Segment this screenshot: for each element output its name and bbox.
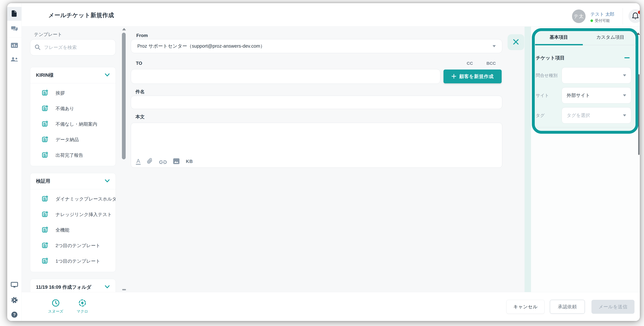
templates-label: テンプレート <box>34 32 62 38</box>
snooze-button[interactable]: スヌーズ <box>47 299 64 314</box>
template-group-header[interactable]: 検証用 <box>30 173 116 189</box>
template-item[interactable]: 不備なし・納期案内 <box>30 116 116 132</box>
subject-input[interactable] <box>131 96 502 109</box>
from-select[interactable]: Proz サポートセンター（support@proz-answers-dev.c… <box>131 39 502 53</box>
close-panel-button[interactable] <box>508 34 524 50</box>
template-item-label: 挨拶 <box>56 90 65 96</box>
template-item[interactable]: 全機能 <box>30 222 116 238</box>
ticket-section-title: チケット項目 <box>536 55 565 61</box>
macro-icon <box>78 299 86 308</box>
template-item[interactable]: データ納品 <box>30 132 116 148</box>
macro-label: マクロ <box>76 309 88 314</box>
template-search <box>30 39 116 56</box>
panel-edge-strip <box>524 27 531 292</box>
template-groups: KIRIN様 挨拶 <box>30 67 116 292</box>
template-item[interactable]: 1つ目のテンプレート <box>30 254 116 269</box>
tab-custom-fields[interactable]: カスタム項目 <box>589 34 632 40</box>
template-item-label: 出荷完了報告 <box>56 152 83 158</box>
template-item-label: データ納品 <box>56 136 79 143</box>
sidebar-item-monitor[interactable] <box>7 281 22 289</box>
body-textarea[interactable] <box>134 126 498 154</box>
format-text-button[interactable]: A <box>136 158 141 165</box>
knowledge-base-button[interactable]: KB <box>186 159 193 165</box>
clock-icon <box>52 299 60 308</box>
attach-file-button[interactable] <box>147 158 153 165</box>
template-item-label: ナレッジリンク挿入テスト <box>56 212 112 218</box>
template-add-icon <box>42 226 48 234</box>
template-scrollbar[interactable] <box>122 33 126 159</box>
caret-down-icon <box>492 45 496 47</box>
page-scroll-up-arrow[interactable] <box>636 32 640 35</box>
chevron-down-icon <box>105 285 110 289</box>
send-mail-button[interactable]: メールを送信 <box>592 300 634 314</box>
template-item-label: ダイナミックプレースホルダ <box>56 196 116 202</box>
search-input[interactable] <box>44 45 111 50</box>
notifications-button[interactable] <box>628 9 640 23</box>
caret-down-icon <box>623 94 626 96</box>
template-item[interactable]: 挨拶 <box>30 85 116 101</box>
approval-request-button[interactable]: 承認依頼 <box>550 300 585 314</box>
format-a-icon: A <box>136 158 141 165</box>
ticket-fields: 問合せ種別 サイト 外部サイト タグ タグを選択 <box>536 67 631 128</box>
sidebar-item-chat[interactable] <box>7 25 22 34</box>
body-toolbar: A KB <box>136 158 193 165</box>
svg-text:?: ? <box>13 312 16 317</box>
sidebar-item-customers[interactable] <box>7 56 22 64</box>
search-icon <box>34 44 40 51</box>
sidebar-item-help[interactable]: ? <box>7 311 22 319</box>
sidebar-item-reports[interactable] <box>7 42 22 50</box>
bcc-toggle[interactable]: BCC <box>484 61 498 66</box>
template-add-icon <box>42 90 48 97</box>
sidebar-item-settings[interactable] <box>7 296 22 304</box>
cc-toggle[interactable]: CC <box>464 61 475 66</box>
collapse-section-button[interactable] <box>624 57 630 58</box>
cancel-button[interactable]: キャンセル <box>506 300 544 314</box>
app-window: ? メールチケット新規作成 テ太 テスト 太郎 受付可能 <box>7 3 640 321</box>
monitor-icon <box>11 282 18 288</box>
insert-image-button[interactable] <box>173 158 180 165</box>
ticket-field-select[interactable]: 外部サイト <box>562 87 631 104</box>
template-item[interactable]: 出荷完了報告 <box>30 148 116 163</box>
section-divider <box>536 127 631 128</box>
template-scroll-down-arrow[interactable] <box>122 289 126 290</box>
insert-link-button[interactable] <box>159 160 167 165</box>
chevron-down-icon <box>105 74 110 77</box>
from-label: From <box>136 33 148 38</box>
template-item[interactable]: ダイナミックプレースホルダ <box>30 191 116 207</box>
ticket-field-select[interactable] <box>562 67 631 84</box>
template-add-icon <box>42 258 48 265</box>
template-item[interactable]: 不備あり <box>30 101 116 116</box>
sidebar-item-tickets[interactable] <box>7 10 22 18</box>
macro-button[interactable]: マクロ <box>74 299 91 314</box>
template-scroll-up-arrow[interactable] <box>122 28 126 30</box>
to-input[interactable] <box>131 69 440 84</box>
template-group-card: 検証用 ダイナミックプレースホルダ <box>30 173 116 272</box>
create-customer-label: 顧客を新規作成 <box>459 73 494 80</box>
caret-down-icon <box>623 74 626 76</box>
template-add-icon <box>42 242 48 249</box>
ticket-field-select[interactable]: タグを選択 <box>562 107 631 124</box>
template-item-label: 1つ目のテンプレート <box>56 258 100 264</box>
template-group-header[interactable]: KIRIN様 <box>30 67 116 83</box>
tab-baseline <box>583 45 636 45</box>
bar-chart-icon <box>11 43 18 48</box>
sidebar: ? <box>7 3 22 321</box>
template-group-card: 11/19 16:09 作成フォルダ <box>30 279 116 292</box>
template-item[interactable]: ナレッジリンク挿入テスト <box>30 207 116 222</box>
template-group-title: 11/19 16:09 作成フォルダ <box>36 284 105 290</box>
template-group-header[interactable]: 11/19 16:09 作成フォルダ <box>30 279 116 292</box>
template-add-icon <box>42 120 48 128</box>
template-group-card: KIRIN様 挨拶 <box>30 67 116 166</box>
caret-down-icon <box>623 114 626 116</box>
avatar[interactable]: テ太 <box>572 10 586 23</box>
avatar-initials: テ太 <box>574 13 584 20</box>
create-customer-button[interactable]: 顧客を新規作成 <box>444 70 502 83</box>
ticket-field-row: 問合せ種別 <box>536 67 631 84</box>
page-scrollbar[interactable] <box>638 74 640 155</box>
link-icon <box>159 160 167 165</box>
template-add-icon <box>42 152 48 159</box>
kb-label: KB <box>186 159 193 165</box>
user-name[interactable]: テスト 太郎 <box>590 11 614 17</box>
template-item[interactable]: 2つ目のテンプレート <box>30 238 116 254</box>
tab-basic-fields[interactable]: 基本項目 <box>535 34 583 40</box>
